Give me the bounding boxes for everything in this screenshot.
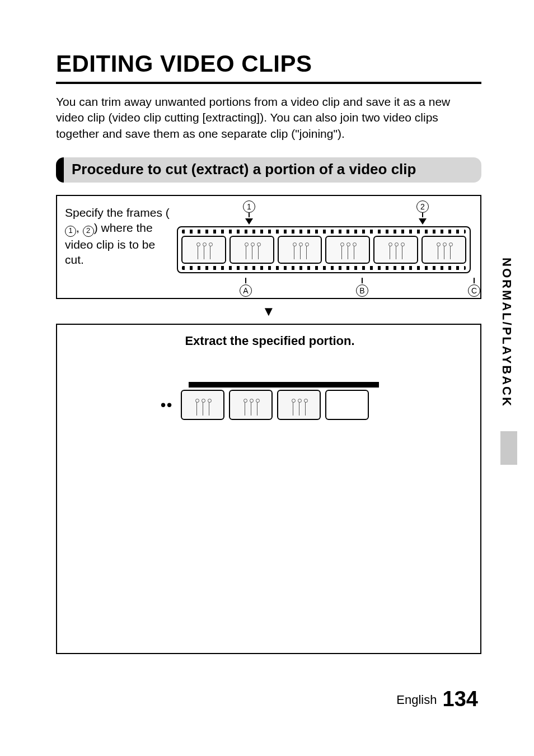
circled-2-marker: 2 xyxy=(416,200,429,213)
frame xyxy=(325,236,370,264)
segment-label-b: B xyxy=(356,278,368,297)
circled-b: B xyxy=(356,284,368,297)
sprocket-bar xyxy=(189,382,379,388)
side-tab-label: NORMAL/PLAYBACK xyxy=(499,258,514,408)
extracted-frame xyxy=(181,390,224,420)
filmstrip-area: 1 2 xyxy=(177,204,475,290)
arrow-down-icon xyxy=(245,218,253,225)
frame xyxy=(373,236,418,264)
intro-paragraph: You can trim away unwanted portions from… xyxy=(56,94,481,142)
diagram-specify-frames: Specify the frames (1, 2) where the vide… xyxy=(56,195,481,299)
frames-row xyxy=(180,234,467,265)
frame xyxy=(181,236,226,264)
frame xyxy=(229,236,274,264)
page-content: EDITING VIDEO CLIPS You can trim away un… xyxy=(56,50,481,654)
ellipsis-dots: •• xyxy=(161,396,176,414)
circled-1-marker: 1 xyxy=(243,200,255,213)
specify-text-sep: , xyxy=(76,221,83,234)
extracted-frame xyxy=(229,390,273,420)
circled-1-inline: 1 xyxy=(65,226,76,237)
cut-marker-2: 2 xyxy=(416,200,429,225)
page-title: EDITING VIDEO CLIPS xyxy=(56,50,481,84)
frame xyxy=(421,236,466,264)
segment-label-c: C xyxy=(468,278,480,297)
circled-c: C xyxy=(468,284,480,297)
diagram-extract-portion: Extract the specified portion. •• xyxy=(56,324,481,654)
specify-frames-text: Specify the frames (1, 2) where the vide… xyxy=(65,204,175,290)
side-tab-index-mark xyxy=(500,431,517,465)
circled-2-inline: 2 xyxy=(83,226,94,237)
sprocket-holes-bottom xyxy=(182,266,466,270)
segment-label-a: A xyxy=(240,278,252,297)
filmstrip-full xyxy=(177,226,471,273)
frame xyxy=(278,236,322,264)
arrow-down-icon xyxy=(419,218,427,225)
page-number: 134 xyxy=(443,687,478,711)
extract-title: Extract the specified portion. xyxy=(65,334,475,348)
section-header: Procedure to cut (extract) a portion of … xyxy=(56,157,481,183)
cut-marker-1: 1 xyxy=(243,200,255,225)
specify-text-pre: Specify the frames ( xyxy=(65,206,170,219)
page-footer: English 134 xyxy=(396,687,478,711)
extracted-frame-empty xyxy=(325,390,369,420)
flow-arrow-down-icon: ▼ xyxy=(56,304,481,319)
sprocket-holes-top xyxy=(182,230,466,234)
extracted-frame xyxy=(277,390,321,420)
extracted-strip: •• xyxy=(161,382,379,420)
circled-a: A xyxy=(240,284,252,297)
footer-language: English xyxy=(396,693,437,707)
